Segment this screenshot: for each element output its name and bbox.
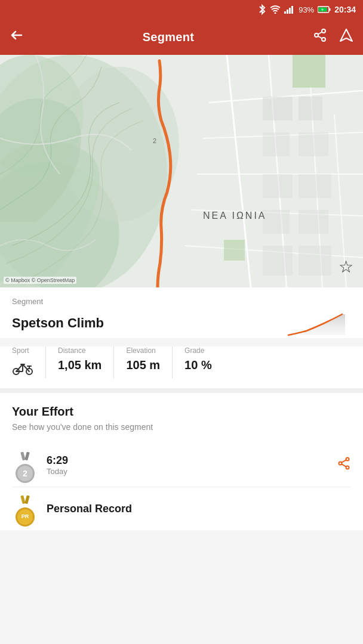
map-svg: ΝΕΑ ΙΩΝΙΑ 2 Υμη	[0, 55, 363, 287]
svg-marker-13	[340, 29, 352, 41]
stat-sport: Sport	[12, 346, 46, 379]
stats-row: Sport Distance 1,0	[0, 346, 363, 388]
svg-rect-6	[330, 8, 331, 11]
effort-item-today: 2 6:29 Today	[12, 444, 351, 487]
navigate-button[interactable]	[339, 28, 353, 46]
svg-rect-4	[291, 6, 293, 14]
svg-point-0	[275, 13, 276, 14]
segment-name-row: Spetson Climb	[12, 308, 351, 338]
battery-icon	[318, 6, 331, 13]
svg-rect-56	[24, 452, 29, 460]
svg-rect-30	[263, 132, 290, 156]
svg-text:2: 2	[153, 137, 156, 144]
svg-rect-28	[263, 97, 293, 120]
svg-point-10	[322, 38, 325, 41]
svg-rect-29	[299, 97, 322, 120]
grade-label: Grade	[184, 346, 204, 355]
header: Segment	[0, 19, 363, 55]
status-bar: 93% 20:34	[0, 0, 363, 19]
svg-point-9	[315, 33, 318, 37]
sport-label: Sport	[12, 346, 29, 355]
svg-text:ΝΕΑ ΙΩΝΙΑ: ΝΕΑ ΙΩΝΙΑ	[203, 210, 267, 221]
svg-rect-31	[299, 132, 328, 156]
elevation-chart	[285, 308, 351, 338]
elevation-value: 105 m	[126, 358, 160, 372]
back-button[interactable]	[10, 28, 24, 46]
svg-rect-1	[284, 11, 286, 14]
svg-line-11	[318, 36, 322, 39]
signal-icon	[284, 5, 295, 14]
svg-rect-55	[20, 452, 25, 460]
svg-point-8	[322, 29, 325, 33]
svg-rect-3	[289, 8, 291, 14]
svg-text:2: 2	[23, 469, 27, 478]
svg-rect-34	[263, 210, 290, 234]
svg-rect-32	[263, 174, 293, 198]
pr-item: PR Personal Record	[12, 487, 351, 530]
svg-rect-2	[287, 10, 288, 14]
favorite-button[interactable]: ☆	[339, 257, 353, 277]
header-left	[10, 28, 24, 46]
time-display: 20:34	[334, 5, 356, 14]
stat-distance: Distance 1,05 km	[58, 346, 114, 379]
segment-name: Spetson Climb	[12, 315, 104, 331]
svg-rect-65	[20, 496, 25, 504]
svg-point-61	[339, 462, 342, 465]
svg-text:PR: PR	[21, 513, 29, 519]
bluetooth-icon	[258, 4, 266, 15]
svg-rect-35	[299, 210, 328, 234]
rank-medal-svg: 2	[12, 452, 38, 484]
stat-elevation: Elevation 105 m	[126, 346, 173, 379]
svg-rect-33	[299, 174, 331, 198]
effort-title: Your Effort	[12, 405, 351, 419]
svg-rect-36	[263, 246, 293, 275]
grade-value: 10 %	[184, 358, 212, 372]
segment-section-label: Segment	[12, 297, 351, 306]
svg-rect-39	[224, 240, 245, 261]
svg-rect-66	[24, 496, 29, 504]
map-attribution: © Mapbox © OpenStreetMap	[4, 277, 76, 284]
distance-value: 1,05 km	[58, 358, 101, 372]
header-right	[313, 28, 353, 46]
effort-subtitle: See how you've done on this segment	[12, 422, 351, 432]
page-title: Segment	[143, 30, 195, 44]
segment-info: Segment Spetson Climb	[0, 287, 363, 338]
effort-share-button[interactable]	[337, 456, 351, 474]
effort-section: Your Effort See how you've done on this …	[0, 393, 363, 530]
pr-medal-svg: PR	[12, 496, 38, 528]
battery-text: 93%	[299, 5, 314, 14]
section-divider	[0, 388, 363, 393]
stat-grade: Grade 10 %	[184, 346, 212, 379]
svg-line-64	[342, 460, 346, 462]
share-button[interactable]	[313, 28, 327, 46]
svg-rect-37	[299, 246, 331, 275]
pr-badge: PR	[12, 496, 38, 522]
effort-time: 6:29	[47, 454, 337, 467]
pr-label: Personal Record	[47, 503, 132, 515]
bike-icon	[12, 360, 33, 379]
svg-point-62	[346, 466, 349, 469]
effort-day: Today	[47, 467, 337, 476]
svg-line-63	[342, 464, 346, 466]
svg-point-60	[346, 458, 349, 461]
effort-info: 6:29 Today	[47, 454, 337, 476]
svg-line-12	[318, 32, 322, 35]
elevation-label: Elevation	[126, 346, 155, 355]
status-icons: 93% 20:34	[258, 4, 356, 15]
svg-rect-38	[293, 55, 325, 88]
wifi-icon	[270, 5, 281, 14]
map-area[interactable]: ΝΕΑ ΙΩΝΙΑ 2 Υμη © Mapbox © OpenStreetMap…	[0, 55, 363, 287]
distance-label: Distance	[58, 346, 86, 355]
rank-badge: 2	[12, 452, 38, 478]
